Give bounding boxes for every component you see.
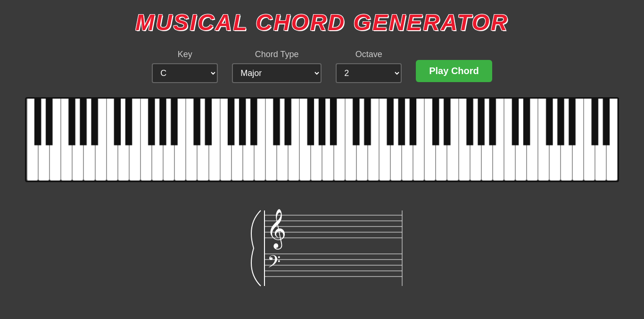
white-key[interactable] <box>527 99 538 181</box>
white-key[interactable] <box>61 99 72 181</box>
white-key[interactable] <box>379 99 390 181</box>
white-key[interactable] <box>186 99 197 181</box>
svg-text:𝄞: 𝄞 <box>266 209 287 250</box>
music-staff-container: 𝄞 𝄢 <box>232 201 412 295</box>
play-chord-button[interactable]: Play Chord <box>416 60 492 82</box>
app-title: MUSICAL CHORD GENERATOR <box>135 9 509 35</box>
white-key[interactable] <box>129 99 140 181</box>
white-key[interactable] <box>345 99 356 181</box>
white-key[interactable] <box>538 99 549 181</box>
white-key[interactable] <box>152 99 163 181</box>
white-key[interactable] <box>197 99 208 181</box>
white-key[interactable] <box>209 99 220 181</box>
white-key[interactable] <box>390 99 402 181</box>
white-key[interactable] <box>174 99 186 181</box>
white-key[interactable] <box>334 99 345 181</box>
white-key[interactable] <box>459 99 470 181</box>
white-key[interactable] <box>311 99 322 181</box>
white-key[interactable] <box>549 99 561 181</box>
white-key[interactable] <box>38 99 50 181</box>
white-key[interactable] <box>288 99 299 181</box>
white-key[interactable] <box>606 99 618 181</box>
white-key[interactable] <box>50 99 61 181</box>
piano-keyboard <box>25 97 619 182</box>
app-container: MUSICAL CHORD GENERATOR Key C C# D D# E … <box>0 0 644 319</box>
key-control-group: Key C C# D D# E F F# G G# A A# B <box>152 50 218 83</box>
octave-select[interactable]: 1 2 3 4 5 <box>336 63 402 83</box>
octave-control-group: Octave 1 2 3 4 5 <box>336 50 402 83</box>
white-key[interactable] <box>299 99 311 181</box>
chord-type-label: Chord Type <box>255 50 299 59</box>
white-key[interactable] <box>561 99 572 181</box>
key-select[interactable]: C C# D D# E F F# G G# A A# B <box>152 63 218 83</box>
white-key[interactable] <box>413 99 424 181</box>
chord-type-select[interactable]: Major Minor Diminished Augmented Major 7… <box>232 63 322 83</box>
white-key[interactable] <box>72 99 83 181</box>
white-key[interactable] <box>493 99 504 181</box>
white-key[interactable] <box>356 99 368 181</box>
white-key[interactable] <box>220 99 231 181</box>
controls-row: Key C C# D D# E F F# G G# A A# B Chord T… <box>152 50 492 83</box>
white-key[interactable] <box>277 99 288 181</box>
white-key[interactable] <box>368 99 379 181</box>
white-key[interactable] <box>481 99 493 181</box>
white-key[interactable] <box>470 99 481 181</box>
white-key[interactable] <box>231 99 243 181</box>
white-key[interactable] <box>95 99 107 181</box>
white-key[interactable] <box>83 99 95 181</box>
white-key[interactable] <box>447 99 458 181</box>
white-key[interactable] <box>243 99 254 181</box>
white-key[interactable] <box>584 99 595 181</box>
music-staff-svg: 𝄞 𝄢 <box>232 201 412 295</box>
white-key[interactable] <box>436 99 447 181</box>
white-key[interactable] <box>322 99 333 181</box>
white-keys-row <box>26 99 618 181</box>
white-key[interactable] <box>163 99 174 181</box>
white-key[interactable] <box>107 99 118 181</box>
white-key[interactable] <box>265 99 277 181</box>
chord-type-control-group: Chord Type Major Minor Diminished Augmen… <box>232 50 322 83</box>
white-key[interactable] <box>402 99 413 181</box>
svg-text:𝄢: 𝄢 <box>267 252 281 276</box>
white-key[interactable] <box>424 99 436 181</box>
key-label: Key <box>178 50 192 59</box>
white-key[interactable] <box>595 99 606 181</box>
white-key[interactable] <box>515 99 527 181</box>
white-key[interactable] <box>572 99 584 181</box>
white-key[interactable] <box>504 99 515 181</box>
white-key[interactable] <box>118 99 129 181</box>
white-key[interactable] <box>26 99 38 181</box>
octave-label: Octave <box>355 50 382 59</box>
white-key[interactable] <box>140 99 152 181</box>
white-key[interactable] <box>254 99 265 181</box>
